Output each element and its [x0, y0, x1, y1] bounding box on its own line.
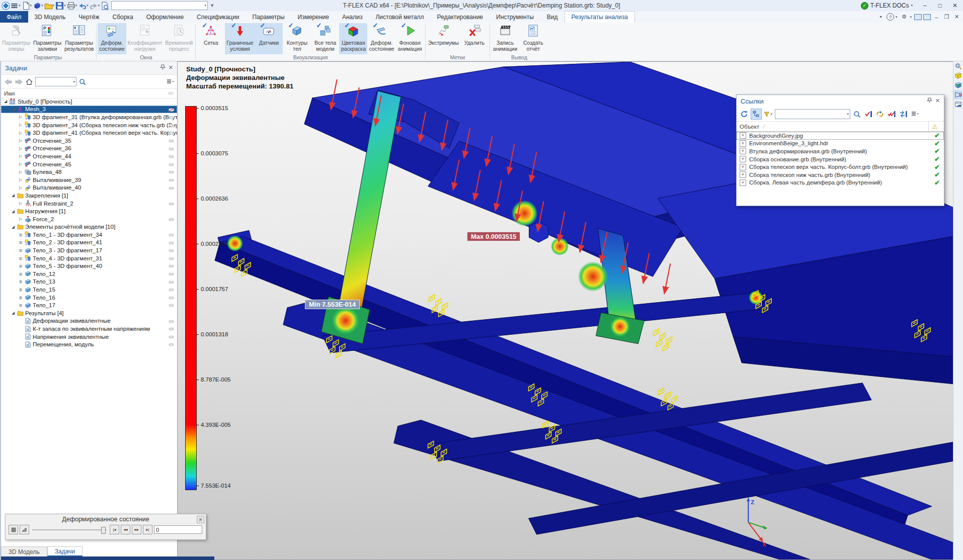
play-animation-button[interactable]	[20, 525, 29, 534]
tree-expander-icon[interactable]: ▷	[18, 115, 24, 119]
refs-pin-icon[interactable]	[927, 98, 932, 105]
menu-tab-сборка[interactable]: Сборка	[106, 11, 140, 23]
tree-row[interactable]: ▷Force_2	[1, 215, 177, 223]
tree-expander-icon[interactable]: ≡	[18, 278, 24, 285]
refs-search-icon[interactable]	[852, 109, 862, 119]
minimize-button[interactable]: –	[918, 1, 932, 11]
list-options-icon[interactable]	[166, 77, 175, 86]
home-icon[interactable]	[25, 77, 34, 86]
reference-row[interactable]: +Background\Grey.jpg✔	[737, 132, 944, 140]
filter-icon[interactable]: ▾	[763, 109, 773, 119]
tree-expander-icon[interactable]: ▷	[18, 185, 24, 190]
eye-icon[interactable]	[168, 115, 175, 121]
tree-expander-icon[interactable]: ≡	[18, 255, 24, 261]
eye-icon[interactable]	[168, 303, 175, 309]
app-logo-icon[interactable]	[2, 2, 10, 10]
child-restore-icon[interactable]: ❐	[942, 13, 951, 21]
apply-changes-icon[interactable]	[898, 109, 908, 119]
toolbar-overflow-icon[interactable]: ▼	[210, 3, 214, 8]
print-icon[interactable]	[67, 2, 75, 10]
frame-slider[interactable]	[32, 526, 107, 533]
tree-expander-icon[interactable]: ▷	[18, 131, 24, 135]
tree-expander-icon[interactable]: ≡	[18, 295, 24, 301]
tree-row[interactable]: ≡Тело_2 - 3D фрагмент_41	[1, 239, 177, 247]
menu-tab-анализ[interactable]: Анализ	[336, 11, 369, 23]
tree-expander-icon[interactable]: ▷	[18, 162, 24, 166]
reference-row[interactable]: +Сборка телескоп ниж часть.grb (Внутренн…	[737, 171, 944, 179]
last-frame-button[interactable]: ▸|	[143, 525, 152, 534]
expand-plus-icon[interactable]: +	[740, 179, 746, 186]
document-tab-3d-модель[interactable]: 3D Модель	[1, 546, 47, 556]
eye-icon[interactable]	[168, 162, 175, 168]
ribbon-button[interactable]: Деформ.состояние	[98, 23, 126, 54]
tree-row[interactable]: ▷Выталкивание_40	[1, 184, 177, 192]
zoom-window-icon[interactable]	[953, 61, 962, 71]
tree-row[interactable]: ▷Булева_48	[1, 168, 177, 176]
tree-expander-icon[interactable]: ▷	[18, 154, 24, 158]
refresh-icon[interactable]	[739, 109, 749, 119]
camera-view-icon[interactable]	[953, 90, 962, 100]
eye-icon[interactable]	[168, 263, 175, 269]
expand-plus-icon[interactable]: +	[740, 171, 746, 178]
update-status-icon[interactable]	[863, 109, 873, 119]
tree-row[interactable]: ◢Нагружения [1]	[1, 207, 177, 215]
tree-row[interactable]: ≡Тело_1 - 3D фрагмент_34	[1, 231, 177, 239]
tree-row[interactable]: ◢Study_0 [Прочность]	[1, 98, 177, 106]
tree-expander-icon[interactable]: ≡	[18, 247, 24, 253]
tflex-docs-button[interactable]: ✓ T-FLEX DOCs ▾	[858, 2, 917, 10]
menu-tab-спецификации[interactable]: Спецификации	[190, 11, 246, 23]
ribbon-collapse-icon[interactable]: ▾	[876, 13, 885, 21]
ribbon-button[interactable]: PПараметрызаливки	[32, 23, 63, 54]
reference-row[interactable]: +Сборка основание.grb (Внутренний)✔	[737, 155, 944, 163]
eye-icon[interactable]	[168, 232, 175, 238]
tree-row[interactable]: ◢Результаты [4]	[1, 309, 177, 317]
eye-icon[interactable]	[168, 248, 175, 254]
tree-row[interactable]: ▷3D фрагмент_34 (Сборка телескоп ниж час…	[1, 121, 177, 129]
tree-expander-icon[interactable]: ≡	[18, 271, 24, 277]
expand-plus-icon[interactable]: +	[740, 164, 746, 170]
menu-tab-листовой-металл[interactable]: Листовой металл	[369, 11, 430, 23]
gear-caret-icon[interactable]: ▾	[910, 15, 912, 19]
tree-row[interactable]: ≡Тело_5 - 3D фрагмент_40	[1, 262, 177, 270]
new-3d-document-icon[interactable]	[33, 2, 41, 10]
eye-icon[interactable]	[168, 287, 175, 293]
tree-row[interactable]: ▷Отсечение_44	[1, 152, 177, 160]
back-icon[interactable]	[4, 77, 13, 86]
tree-column-header[interactable]: Имя	[1, 88, 177, 99]
expand-plus-icon[interactable]: +	[740, 156, 746, 162]
ribbon-button[interactable]: ✓Цветоваяраскраска	[339, 23, 367, 54]
tree-row[interactable]: ▷3D фрагмент_41 (Сборка телескоп верх ча…	[1, 129, 177, 137]
check-all-icon[interactable]	[887, 109, 897, 119]
eye-icon[interactable]	[168, 154, 175, 160]
tree-row[interactable]: Деформации эквивалентные	[1, 317, 177, 325]
ribbon-button[interactable]: Создатьотчёт	[519, 23, 547, 54]
eye-icon[interactable]	[168, 169, 175, 175]
eye-icon[interactable]	[168, 271, 175, 277]
tree-expander-icon[interactable]: ▷	[18, 123, 24, 127]
ribbon-button[interactable]: Параметрырезультатов	[63, 23, 95, 54]
expand-plus-icon[interactable]: +	[740, 132, 746, 139]
redo-icon[interactable]	[90, 2, 98, 10]
menu-tab-редактирование[interactable]: Редактирование	[431, 11, 490, 23]
anim-panel-close-icon[interactable]: ✕	[197, 516, 204, 523]
tree-row[interactable]: ≡Тело_17	[1, 301, 177, 309]
undo-caret-icon[interactable]: ▾	[87, 4, 89, 8]
next-frame-button[interactable]: ▸▸	[132, 525, 141, 534]
refs-list-options-icon[interactable]	[910, 109, 920, 119]
eye-icon[interactable]	[168, 217, 175, 223]
eye-icon[interactable]	[168, 295, 175, 301]
reference-row[interactable]: +Втулка деформированная.grb (Внутренний)…	[737, 147, 944, 155]
panel-layout-icon[interactable]	[914, 14, 922, 20]
save-caret-icon[interactable]: ▾	[64, 4, 66, 8]
eye-icon[interactable]	[168, 279, 175, 286]
tree-expander-icon[interactable]: ▷	[18, 201, 24, 206]
tree-expander-icon[interactable]: ≡	[18, 263, 24, 269]
eye-icon[interactable]	[168, 201, 175, 207]
tree-row[interactable]: К-т запаса по эквивалентным напряжениям	[1, 325, 177, 333]
menu-tab-параметры[interactable]: Параметры	[246, 11, 291, 23]
document-tab-задачи[interactable]: Задачи	[47, 546, 83, 556]
eye-icon[interactable]	[168, 319, 175, 325]
tree-row[interactable]: ◢Элементы расчётной модели [10]	[1, 223, 177, 231]
open-caret-icon[interactable]: ▾	[53, 4, 55, 8]
settings-gear-icon[interactable]: ⚙	[900, 13, 908, 21]
